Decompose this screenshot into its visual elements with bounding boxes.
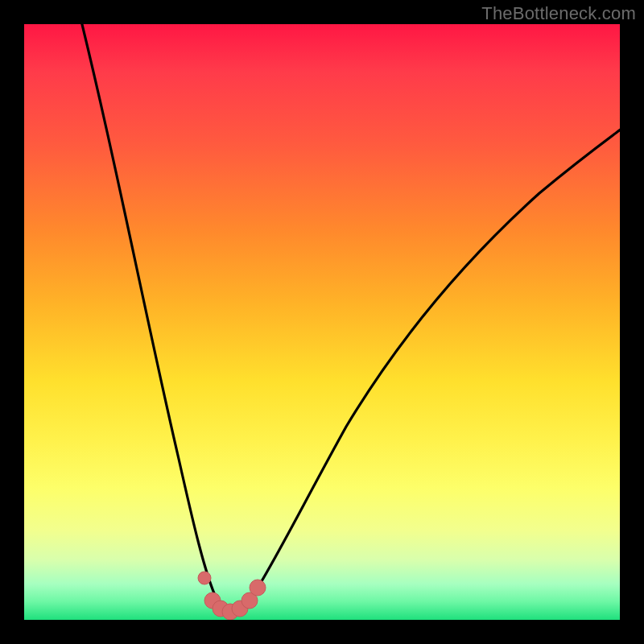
plot-area (24, 24, 620, 620)
watermark-text: TheBottleneck.com (481, 3, 636, 24)
sweet-spot-markers (198, 572, 266, 620)
curve-svg (24, 24, 620, 620)
bottleneck-curve (74, 24, 620, 612)
chart-frame: TheBottleneck.com (0, 0, 644, 644)
marker-dot (250, 580, 266, 596)
marker-dot (198, 572, 211, 584)
